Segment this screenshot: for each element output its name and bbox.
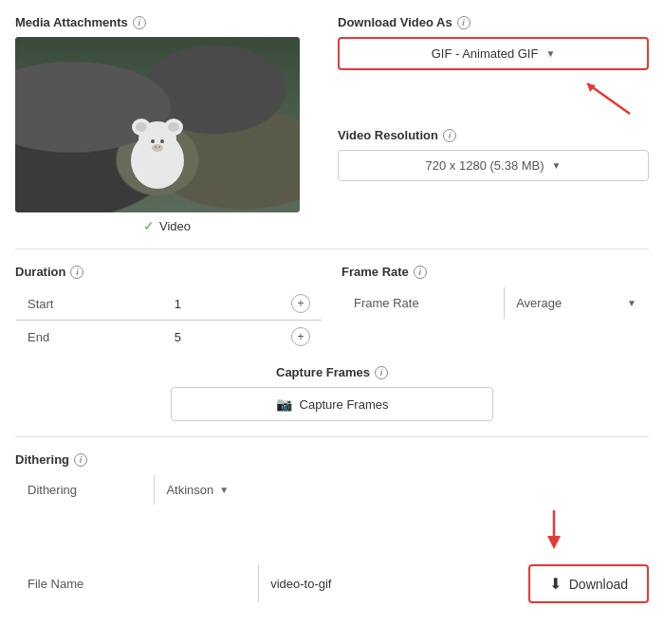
dithering-dropdown-arrow: ▼	[219, 485, 229, 495]
video-resolution-info-icon[interactable]: i	[443, 129, 456, 142]
section-divider-2	[15, 436, 649, 437]
download-btn-label: Download	[569, 577, 628, 592]
duration-section: Duration i Start 1 + End 5 +	[15, 265, 323, 354]
svg-point-4	[136, 122, 147, 132]
dithering-col-label: Dithering	[16, 475, 155, 506]
section-divider-1	[15, 248, 649, 249]
end-value[interactable]: 5	[140, 321, 215, 354]
svg-marker-14	[547, 536, 561, 549]
filename-table: File Name video-to-gif	[15, 564, 517, 603]
media-thumbnail	[15, 37, 300, 212]
end-increment-btn[interactable]: +	[291, 327, 310, 346]
capture-frames-section: Capture Frames i 📷 Capture Frames	[15, 365, 649, 421]
frame-rate-dropdown-arrow: ▼	[627, 298, 636, 308]
svg-line-11	[587, 83, 630, 114]
duration-start-row: Start 1 +	[16, 287, 323, 321]
capture-frames-button[interactable]: 📷 Capture Frames	[171, 387, 493, 421]
video-label-row: ✓ Video	[15, 218, 319, 233]
download-button-wrapper: ⬇ Download	[528, 564, 649, 603]
down-arrow-annotation	[15, 506, 649, 553]
resolution-dropdown-arrow: ▼	[552, 160, 562, 171]
svg-point-6	[151, 139, 155, 143]
resolution-select[interactable]: 720 x 1280 (5.38 MB) ▼	[338, 150, 649, 181]
capture-frames-btn-label: Capture Frames	[300, 397, 389, 412]
file-download-row: File Name video-to-gif ⬇ Download	[15, 564, 649, 603]
svg-point-5	[168, 122, 179, 132]
duration-info-icon[interactable]: i	[70, 266, 83, 279]
dithering-section: Dithering i Dithering Atkinson ▼	[15, 452, 649, 506]
frame-rate-label: Frame Rate	[341, 265, 409, 279]
bear-figure	[115, 108, 200, 193]
video-resolution-label: Video Resolution	[338, 128, 438, 142]
duration-title: Duration i	[15, 265, 323, 279]
frame-rate-col-value[interactable]: Average ▼	[505, 287, 648, 319]
filename-col-label: File Name	[16, 565, 259, 603]
duration-table: Start 1 + End 5 +	[15, 286, 323, 354]
down-arrow-svg	[535, 506, 573, 553]
download-format-select[interactable]: GIF - Animated GIF ▼	[338, 37, 649, 70]
dithering-title: Dithering i	[15, 452, 649, 467]
download-button[interactable]: ⬇ Download	[528, 564, 649, 603]
format-value: GIF - Animated GIF	[432, 46, 539, 61]
frame-rate-row: Frame Rate Average ▼	[342, 287, 649, 320]
resolution-value: 720 x 1280 (5.38 MB)	[426, 158, 544, 173]
svg-point-7	[160, 139, 164, 143]
download-video-as-title: Download Video As i	[338, 15, 649, 29]
capture-frames-info-icon[interactable]: i	[375, 366, 388, 379]
duration-end-row: End 5 +	[16, 321, 323, 354]
video-type-label: Video	[159, 219, 191, 233]
end-label: End	[16, 321, 140, 354]
dithering-table: Dithering Atkinson ▼	[15, 474, 319, 506]
svg-point-8	[152, 144, 163, 152]
media-attachments-title: Media Attachments i	[15, 15, 319, 29]
svg-point-9	[155, 146, 157, 148]
frame-rate-table: Frame Rate Average ▼	[341, 286, 649, 320]
video-resolution-title: Video Resolution i	[338, 128, 649, 142]
download-format-info-icon[interactable]: i	[457, 16, 470, 29]
filename-col-value[interactable]: video-to-gif	[259, 565, 517, 603]
frame-rate-section: Frame Rate i Frame Rate Average ▼	[341, 265, 649, 354]
filename-row: File Name video-to-gif	[16, 565, 517, 603]
dithering-info-icon[interactable]: i	[74, 453, 87, 467]
capture-frames-label: Capture Frames	[276, 365, 370, 379]
media-attachments-info-icon[interactable]: i	[133, 16, 146, 29]
arrow-annotation	[338, 76, 649, 119]
check-icon: ✓	[143, 218, 155, 233]
capture-frames-title: Capture Frames i	[15, 365, 649, 379]
red-arrow-svg	[573, 76, 639, 119]
format-dropdown-arrow: ▼	[545, 48, 555, 59]
download-video-as-label: Download Video As	[338, 15, 452, 29]
dithering-col-value[interactable]: Atkinson ▼	[155, 475, 318, 505]
frame-rate-info-icon[interactable]: i	[414, 266, 427, 279]
media-attachments-label: Media Attachments	[15, 15, 128, 29]
duration-label: Duration	[15, 265, 65, 279]
frame-rate-value: Average	[516, 296, 562, 310]
frame-rate-title: Frame Rate i	[341, 265, 649, 279]
dithering-row: Dithering Atkinson ▼	[16, 475, 319, 506]
frame-rate-col-label: Frame Rate	[342, 287, 505, 320]
camera-icon: 📷	[276, 396, 292, 412]
start-value[interactable]: 1	[140, 287, 215, 321]
svg-point-10	[158, 146, 160, 148]
dithering-label: Dithering	[15, 452, 69, 467]
start-increment-btn[interactable]: +	[291, 294, 310, 313]
start-label: Start	[16, 287, 140, 321]
dithering-value: Atkinson	[166, 483, 213, 497]
download-icon: ⬇	[549, 575, 562, 593]
